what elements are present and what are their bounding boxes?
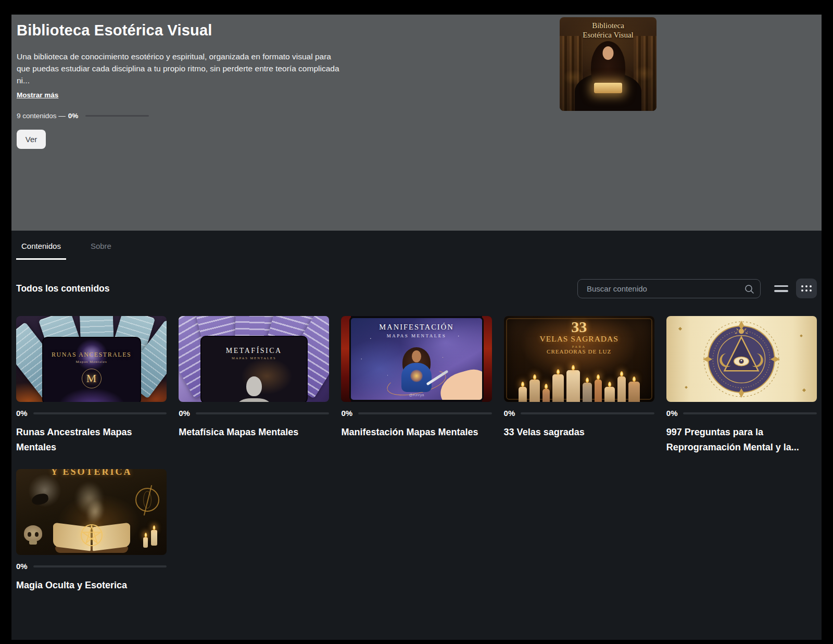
view-button[interactable]: Ver [17, 130, 46, 149]
statue-bust [237, 376, 271, 402]
grid-view-button[interactable] [796, 279, 817, 298]
card-thumbnail: METAFÍSICA MAPAS MENTALES [179, 316, 329, 402]
content-card-manifestacion[interactable]: MANIFESTACIÓN MAPAS MENTALES @Kinrya 0% [341, 316, 491, 455]
thumb-laptop: METAFÍSICA MAPAS MENTALES [200, 336, 308, 402]
content-card-magia-oculta[interactable]: Y ESOTERICA [16, 469, 167, 593]
content-card-runas[interactable]: RUNAS ANCESTRALES Mapas Mentales M 0% Ru… [16, 316, 167, 455]
view-controls [577, 279, 817, 298]
cover-glowing-book [594, 83, 622, 93]
raven-art [31, 493, 49, 506]
card-title: Metafísica Mapas Mentales [179, 425, 329, 440]
content-area: Contenidos Sobre Todos los contenidos [11, 231, 822, 640]
card-title: Magia Oculta y Esoterica [16, 578, 167, 593]
progress-bar [85, 115, 149, 117]
show-more-link[interactable]: Mostrar más [17, 91, 58, 99]
candles-art [504, 370, 654, 402]
card-title: 33 Velas sagradas [504, 425, 654, 440]
tab-sobre[interactable]: Sobre [85, 242, 117, 260]
progress-bar [683, 412, 817, 414]
card-title: 997 Preguntas para la Reprogramación Men… [666, 425, 817, 455]
card-thumbnail: Y ESOTERICA [16, 469, 167, 555]
section-title: Todos los contenidos [16, 283, 110, 294]
card-title: Runas Ancestrales Mapas Mentales [16, 425, 167, 455]
tab-contenidos[interactable]: Contenidos [16, 242, 66, 260]
card-progress: 0% [341, 409, 491, 418]
card-progress: 0% [16, 562, 167, 571]
card-thumbnail [666, 316, 817, 402]
progress-bar [521, 412, 654, 414]
course-description: Una biblioteca de conocimiento esotérico… [17, 50, 344, 86]
contents-count: 9 contenidos — [17, 112, 66, 120]
pentagram-icon [80, 524, 103, 547]
page-title: Biblioteca Esotérica Visual [17, 22, 815, 39]
progress-bar [196, 412, 330, 414]
course-cover-image: Biblioteca Esotérica Visual [560, 17, 657, 111]
card-thumbnail: 33 VELAS SAGRADAS PARA CREADORAS DE LUZ [504, 316, 654, 402]
card-progress: 0% [666, 409, 817, 418]
armillary-sphere-art [135, 488, 159, 512]
list-view-icon[interactable] [774, 285, 788, 292]
card-title: Manifestación Mapas Mentales [341, 425, 491, 440]
course-page: Biblioteca Esotérica Visual Una bibliote… [11, 15, 822, 640]
tab-bar: Contenidos Sobre [16, 231, 817, 260]
card-progress: 0% [504, 409, 654, 418]
progress-bar [33, 412, 167, 414]
progress-bar [33, 565, 167, 567]
grid-view-icon [801, 285, 812, 292]
thumb-laptop: RUNAS ANCESTRALES Mapas Mentales M [42, 337, 141, 402]
course-progress-summary: 9 contenidos — 0% [17, 112, 815, 120]
search-icon [744, 284, 754, 294]
progress-percent: 0% [68, 112, 79, 120]
card-thumbnail: MANIFESTACIÓN MAPAS MENTALES @Kinrya [341, 316, 491, 402]
cover-figure-face [603, 46, 614, 60]
skull-art [24, 525, 42, 541]
card-progress: 0% [16, 409, 167, 418]
rune-symbol: M [82, 369, 102, 388]
contents-toolbar: Todos los contenidos [16, 279, 817, 298]
candle-art [151, 530, 157, 546]
search-box [577, 279, 761, 298]
figure-face [412, 350, 421, 362]
course-header: Biblioteca Esotérica Visual Una bibliote… [11, 15, 822, 231]
content-grid: RUNAS ANCESTRALES Mapas Mentales M 0% Ru… [16, 316, 817, 603]
cover-title: Biblioteca Esotérica Visual [560, 21, 657, 40]
heart-glow [410, 370, 423, 382]
esoteric-mandala-art [702, 320, 781, 399]
content-card-velas[interactable]: 33 VELAS SAGRADAS PARA CREADORAS DE LUZ … [504, 316, 654, 455]
thumb-tablet: MANIFESTACIÓN MAPAS MENTALES @Kinrya [349, 317, 483, 401]
card-thumbnail: RUNAS ANCESTRALES Mapas Mentales M [16, 316, 167, 402]
content-card-997-preguntas[interactable]: 0% 997 Preguntas para la Reprogramación … [666, 316, 817, 455]
progress-bar [358, 412, 492, 414]
card-progress: 0% [179, 409, 329, 418]
watermark: @Kinrya [351, 393, 482, 397]
content-card-metafisica[interactable]: METAFÍSICA MAPAS MENTALES 0% Metafísica … [179, 316, 329, 455]
candle-art [143, 537, 148, 548]
search-input[interactable] [578, 280, 760, 298]
